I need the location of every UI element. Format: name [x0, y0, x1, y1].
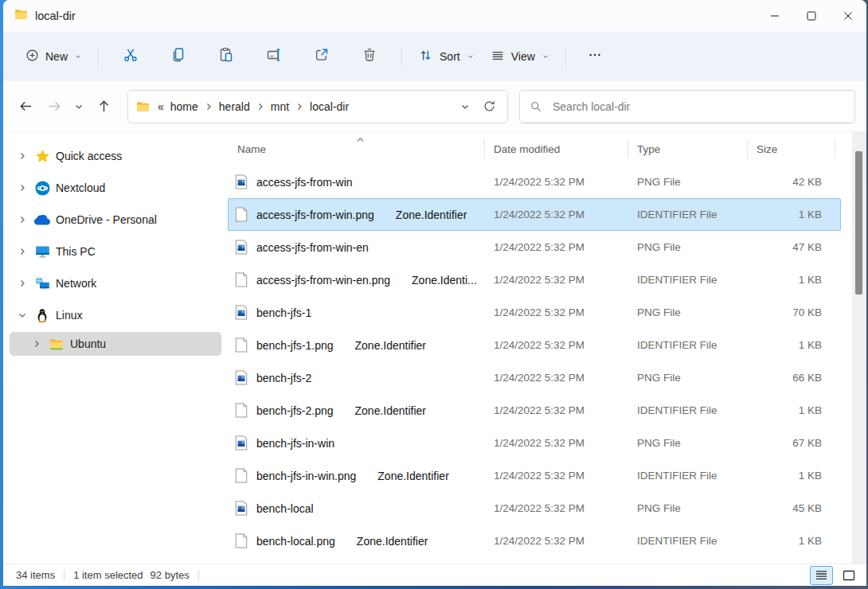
network-icon [33, 277, 51, 291]
minimize-button[interactable] [757, 0, 793, 32]
file-row[interactable]: bench-jfs-11/24/2022 5:32 PMPNG File70 K… [228, 296, 841, 329]
column-divider[interactable] [628, 139, 628, 158]
new-button[interactable]: New [18, 41, 90, 72]
view-button[interactable]: View [483, 41, 557, 72]
sidebar-item-label: Linux [56, 309, 82, 322]
folder-icon [136, 101, 150, 112]
breadcrumb-mnt[interactable]: mnt [266, 98, 294, 115]
sidebar-item-onedrive-personal[interactable]: OneDrive - Personal [10, 204, 221, 236]
breadcrumb-home[interactable]: home [166, 98, 203, 115]
column-header-type[interactable]: Type [628, 143, 747, 155]
sidebar-item-network[interactable]: Network [10, 267, 221, 299]
chevron-right-icon[interactable] [255, 103, 266, 111]
file-stream-suffix: Zone.Identifier [377, 470, 449, 482]
sort-ascending-caret-icon [356, 133, 365, 145]
column-divider[interactable] [747, 139, 748, 158]
chevron-collapsed-icon[interactable] [16, 279, 29, 287]
chevron-right-icon[interactable] [294, 103, 305, 111]
recent-locations-button[interactable] [68, 92, 89, 121]
sidebar-item-label: Network [56, 277, 96, 290]
title-bar[interactable]: local-dir [3, 0, 866, 32]
column-header-size[interactable]: Size [747, 143, 827, 155]
copy-icon [170, 47, 186, 66]
file-type: PNG File [628, 372, 747, 384]
forward-button[interactable] [40, 92, 68, 121]
chevron-expanded-icon[interactable] [16, 311, 29, 319]
vertical-scrollbar-thumb[interactable] [855, 151, 862, 294]
toolbar-divider [98, 46, 99, 67]
chevron-collapsed-icon[interactable] [16, 248, 29, 255]
address-dropdown-button[interactable] [455, 92, 475, 121]
sidebar-item-linux[interactable]: Linux [10, 299, 221, 331]
column-divider[interactable] [835, 139, 835, 158]
breadcrumb-local-dir[interactable]: local-dir [305, 98, 354, 115]
chevron-collapsed-icon[interactable] [16, 152, 29, 160]
file-row[interactable]: access-jfs-from-win-en1/24/2022 5:32 PMP… [228, 231, 841, 263]
back-button[interactable] [11, 92, 40, 121]
file-stream-suffix: Zone.Identifier [396, 209, 467, 221]
delete-button[interactable] [350, 41, 389, 72]
copy-button[interactable] [159, 41, 197, 72]
up-button[interactable] [89, 92, 118, 121]
file-type: IDENTIFIER File [628, 274, 747, 286]
more-options-button[interactable] [579, 41, 611, 72]
folder-icon [14, 9, 28, 23]
refresh-button[interactable] [475, 92, 502, 121]
file-date-modified: 1/24/2022 5:32 PM [484, 339, 628, 351]
file-date-modified: 1/24/2022 5:32 PM [484, 535, 628, 547]
item-count: 34 items [16, 569, 55, 581]
chevron-right-icon[interactable] [203, 103, 214, 111]
sidebar-item-ubuntu[interactable]: Ubuntu [10, 332, 221, 356]
file-name: access-jfs-from-win [256, 176, 353, 189]
share-button[interactable] [303, 41, 341, 72]
column-header-date-modified[interactable]: Date modified [484, 143, 628, 155]
file-row[interactable]: bench-jfs-2.pngZone.Identifier1/24/2022 … [228, 394, 841, 427]
file-size: 1 KB [747, 535, 827, 547]
file-row[interactable]: access-jfs-from-win-en.pngZone.Identi...… [228, 263, 841, 296]
sidebar-item-label: This PC [56, 245, 96, 258]
sidebar-item-this-pc[interactable]: This PC [10, 236, 221, 267]
file-name: bench-jfs-in-win.png [256, 470, 356, 482]
maximize-button[interactable] [793, 0, 830, 32]
chevron-collapsed-icon[interactable] [16, 216, 29, 224]
sidebar-item-quick-access[interactable]: Quick access [10, 140, 221, 172]
search-box[interactable] [519, 90, 855, 123]
search-input[interactable] [551, 99, 845, 114]
file-icon [234, 403, 248, 418]
file-date-modified: 1/24/2022 5:32 PM [484, 274, 628, 286]
chevron-collapsed-icon[interactable] [16, 184, 29, 192]
command-bar: New Sort View [3, 32, 866, 81]
sidebar-item-nextcloud[interactable]: Nextcloud [10, 172, 221, 204]
breadcrumb-herald[interactable]: herald [214, 98, 255, 115]
status-divider [198, 570, 199, 581]
vertical-scrollbar[interactable] [852, 132, 866, 564]
column-headers: Name Date modified Type Size [228, 132, 866, 166]
chevron-down-icon [542, 50, 549, 63]
file-row[interactable]: bench-local1/24/2022 5:32 PMPNG File45 K… [228, 492, 841, 525]
breadcrumb-overflow-chevron[interactable]: « [153, 100, 166, 113]
file-size: 1 KB [747, 470, 827, 482]
file-row[interactable]: bench-jfs-21/24/2022 5:32 PMPNG File66 K… [228, 361, 841, 394]
file-row[interactable]: bench-jfs-in-win.pngZone.Identifier1/24/… [228, 459, 841, 492]
file-row[interactable]: access-jfs-from-win.pngZone.Identifier1/… [228, 198, 841, 231]
paste-button[interactable] [207, 41, 245, 72]
file-row[interactable]: bench-jfs-in-win1/24/2022 5:32 PMPNG Fil… [228, 427, 841, 459]
file-name: bench-local [256, 502, 314, 515]
file-list: Name Date modified Type Size access-jfs-… [228, 132, 866, 564]
sort-button[interactable]: Sort [410, 41, 483, 72]
file-icon [234, 337, 248, 353]
chevron-collapsed-icon[interactable] [30, 340, 43, 348]
close-button[interactable] [830, 0, 866, 32]
breadcrumb[interactable]: « homeheraldmntlocal-dir [127, 90, 508, 123]
cut-button[interactable] [111, 41, 150, 72]
rename-button[interactable] [255, 41, 293, 72]
sidebar-item-label: OneDrive - Personal [56, 213, 157, 226]
file-row[interactable]: bench-jfs-1.pngZone.Identifier1/24/2022 … [228, 329, 841, 361]
file-name: access-jfs-from-win-en [256, 241, 369, 254]
column-divider[interactable] [484, 139, 485, 158]
file-row[interactable]: bench-local.pngZone.Identifier1/24/2022 … [228, 525, 841, 557]
large-icons-view-button[interactable] [837, 566, 860, 585]
file-row[interactable]: access-jfs-from-win1/24/2022 5:32 PMPNG … [228, 166, 841, 198]
details-view-button[interactable] [810, 566, 833, 585]
sort-button-label: Sort [440, 50, 460, 63]
